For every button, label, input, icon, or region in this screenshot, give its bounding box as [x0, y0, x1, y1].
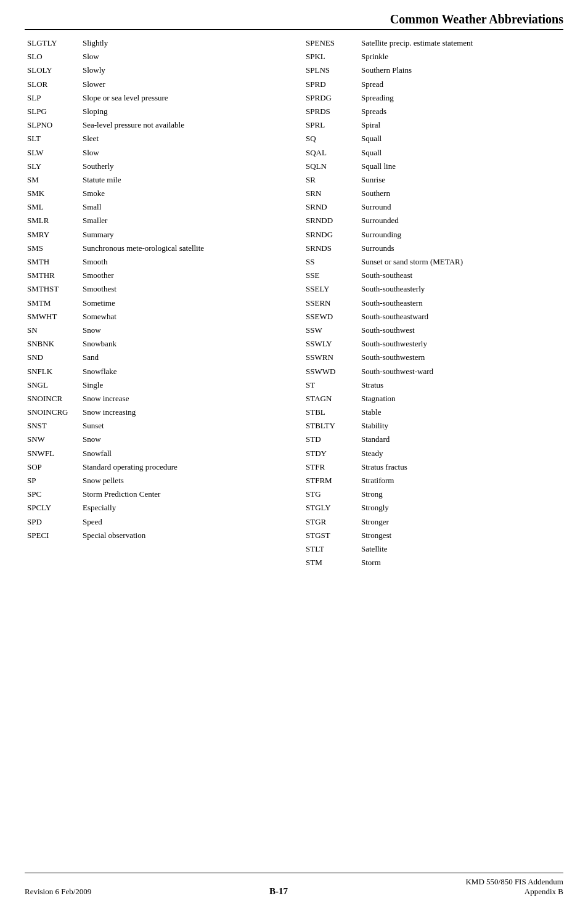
abbr-meaning: South-southwest	[359, 324, 563, 337]
abbr-code: SNW	[25, 433, 80, 446]
abbr-code: SPRD	[303, 78, 359, 91]
abbr-code: SPC	[25, 487, 80, 501]
table-row: SNGL Single	[25, 378, 285, 392]
table-row: SOP Standard operating procedure	[25, 460, 285, 474]
table-row: SM Statute mile	[25, 173, 285, 187]
abbr-meaning: South-southeasterly	[359, 282, 563, 296]
abbr-meaning: Stratiform	[359, 474, 563, 487]
page-title: Common Weather Abbreviations	[25, 12, 563, 26]
table-row: SPRD Spread	[303, 78, 563, 91]
abbr-meaning: Surrounds	[359, 242, 563, 255]
abbr-code: STD	[303, 433, 359, 446]
abbr-code: SNST	[25, 419, 80, 433]
table-row: STGST Strongest	[303, 529, 563, 542]
table-row: SSWLY South-southwesterly	[303, 337, 563, 351]
abbr-code: SNWFL	[25, 447, 80, 460]
abbr-code: SMS	[25, 242, 80, 255]
abbr-code: STAGN	[303, 392, 359, 406]
abbr-code: STDY	[303, 447, 359, 460]
abbr-meaning: Especially	[80, 501, 285, 515]
table-row: SMTHR Smoother	[25, 269, 285, 282]
abbr-meaning: Special observation	[80, 529, 285, 542]
table-row: STFR Stratus fractus	[303, 460, 563, 474]
abbr-code: SMTH	[25, 255, 80, 269]
abbr-code: SPKL	[303, 50, 359, 63]
table-row: SQLN Squall line	[303, 160, 563, 173]
page-header: Common Weather Abbreviations	[25, 12, 563, 30]
abbr-meaning: Storm	[359, 556, 563, 569]
abbr-code: SSWRN	[303, 351, 359, 364]
abbr-meaning: Snowfall	[80, 447, 285, 460]
abbr-meaning: Speed	[80, 515, 285, 529]
abbr-meaning: Sand	[80, 351, 285, 364]
table-row: SSWRN South-southwestern	[303, 351, 563, 364]
table-row: SMTHST Smoothest	[25, 282, 285, 296]
table-row: STD Standard	[303, 433, 563, 446]
left-abbr-table: SLGTLY Slightly SLO Slow SLOLY Slowly SL…	[25, 36, 285, 542]
abbr-meaning: Stratus	[359, 378, 563, 392]
table-row: SNST Sunset	[25, 419, 285, 433]
abbr-code: SM	[25, 173, 80, 187]
right-abbr-table: SPENES Satellite precip. estimate statem…	[303, 36, 563, 569]
abbr-code: SMTHR	[25, 269, 80, 282]
table-row: SPRL Spiral	[303, 118, 563, 132]
abbr-code: SMTHST	[25, 282, 80, 296]
table-row: SMTM Sometime	[25, 296, 285, 310]
abbr-meaning: South-southwest-ward	[359, 365, 563, 378]
table-row: SMK Smoke	[25, 187, 285, 200]
table-row: SMLR Smaller	[25, 214, 285, 227]
table-row: SRNDD Surrounded	[303, 214, 563, 227]
abbr-meaning: Summary	[80, 228, 285, 242]
abbr-code: SLP	[25, 91, 80, 105]
table-row: SSEWD South-southeastward	[303, 310, 563, 324]
abbr-code: SRND	[303, 200, 359, 214]
abbr-meaning: Sunchronous mete-orological satellite	[80, 242, 285, 255]
table-row: SLT Sleet	[25, 132, 285, 145]
abbr-code: SSW	[303, 324, 359, 337]
table-row: SRNDG Surrounding	[303, 228, 563, 242]
abbr-code: SMLR	[25, 214, 80, 227]
abbr-code: STM	[303, 556, 359, 569]
abbr-meaning: Snow	[80, 324, 285, 337]
table-row: SMTH Smooth	[25, 255, 285, 269]
abbr-code: SLW	[25, 146, 80, 160]
abbr-meaning: Slightly	[80, 36, 285, 50]
abbr-meaning: Spreading	[359, 91, 563, 105]
abbr-meaning: Smoothest	[80, 282, 285, 296]
abbr-meaning: Small	[80, 200, 285, 214]
table-row: SNBNK Snowbank	[25, 337, 285, 351]
table-row: SPRDG Spreading	[303, 91, 563, 105]
abbr-code: SRNDD	[303, 214, 359, 227]
abbr-meaning: Snow increase	[80, 392, 285, 406]
abbr-meaning: Southern Plains	[359, 63, 563, 77]
page-footer: Revision 6 Feb/2009 B-17 KMD 550/850 FIS…	[25, 873, 563, 897]
table-row: STGLY Strongly	[303, 501, 563, 515]
table-row: SSELY South-southeasterly	[303, 282, 563, 296]
table-row: STBLTY Stability	[303, 419, 563, 433]
abbr-meaning: Snowbank	[80, 337, 285, 351]
abbr-code: SPECI	[25, 529, 80, 542]
abbr-meaning: Satellite	[359, 542, 563, 556]
table-row: SPLNS Southern Plains	[303, 63, 563, 77]
abbr-code: SR	[303, 173, 359, 187]
table-row: SLOR Slower	[25, 78, 285, 91]
abbr-code: SLPG	[25, 105, 80, 118]
abbr-meaning: Snow	[80, 433, 285, 446]
table-row: SLO Slow	[25, 50, 285, 63]
abbr-code: STBL	[303, 406, 359, 419]
abbr-code: SLGTLY	[25, 36, 80, 50]
table-row: SLPG Sloping	[25, 105, 285, 118]
table-row: SRN Southern	[303, 187, 563, 200]
content-columns: SLGTLY Slightly SLO Slow SLOLY Slowly SL…	[25, 36, 563, 569]
abbr-code: SNBNK	[25, 337, 80, 351]
abbr-meaning: Stable	[359, 406, 563, 419]
abbr-meaning: Surround	[359, 200, 563, 214]
table-row: STG Strong	[303, 487, 563, 501]
abbr-code: SPCLY	[25, 501, 80, 515]
abbr-code: SQAL	[303, 146, 359, 160]
table-row: SNOINCR Snow increase	[25, 392, 285, 406]
table-row: SPECI Special observation	[25, 529, 285, 542]
abbr-meaning: Standard	[359, 433, 563, 446]
abbr-meaning: Snowflake	[80, 365, 285, 378]
abbr-meaning: Sunset or sand storm (METAR)	[359, 255, 563, 269]
